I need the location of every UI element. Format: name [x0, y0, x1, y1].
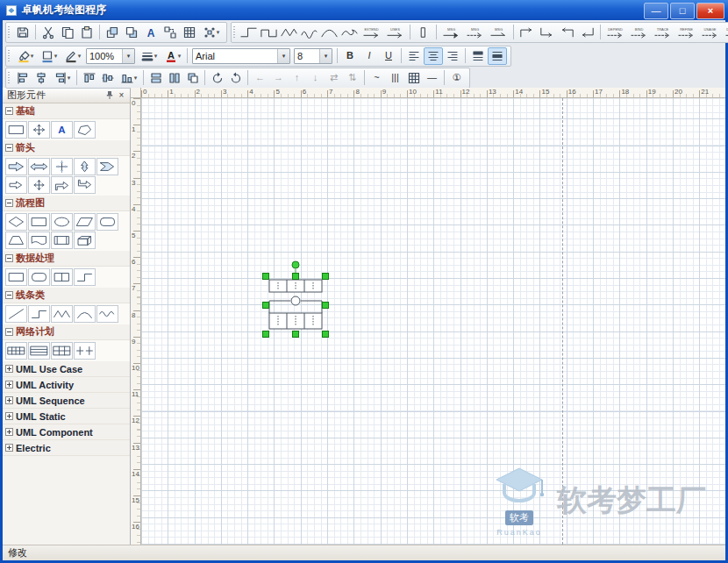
connector-msg-sync[interactable]: MSG	[439, 24, 463, 41]
shape-dp-step[interactable]	[74, 268, 96, 286]
connector-bend-down-right[interactable]	[537, 24, 557, 41]
pin-icon[interactable]	[103, 89, 115, 101]
same-size-button[interactable]	[183, 70, 202, 86]
about-button[interactable]: ①	[447, 70, 466, 86]
panel-section-uml-component[interactable]: UML Component	[3, 424, 130, 440]
bring-to-front-button[interactable]	[103, 24, 122, 41]
zoom-combo[interactable]: 100%▾	[86, 48, 135, 64]
panel-section-uml-use-case[interactable]: UML Use Case	[3, 361, 130, 377]
connector-msg-async[interactable]: MSG	[463, 24, 487, 41]
show-grid-button[interactable]	[404, 70, 423, 86]
connector-elbow[interactable]	[239, 24, 259, 41]
connector-msg-return[interactable]: MSG	[487, 24, 510, 41]
panel-section-data-processing[interactable]: 数据处理	[3, 251, 130, 267]
panel-section-electric[interactable]: Electric	[3, 440, 130, 456]
rotate-right-button[interactable]	[226, 70, 245, 86]
same-height-button[interactable]	[165, 70, 183, 86]
connector-loop[interactable]	[339, 24, 360, 41]
panel-close-icon[interactable]: ×	[116, 89, 127, 101]
connector-bend-up-left[interactable]	[557, 24, 577, 41]
shape-dp-box[interactable]	[5, 268, 27, 286]
shape-rounded-process[interactable]	[96, 213, 118, 231]
panel-section-uml-activity[interactable]: UML Activity	[3, 377, 130, 393]
connector-extend[interactable]: EXTEND	[360, 24, 383, 41]
parallel-lines-button[interactable]: |||	[386, 70, 404, 86]
snap-options-button[interactable]: ▾	[199, 24, 223, 41]
shape-dp-split[interactable]	[51, 268, 73, 286]
panel-section-flowchart[interactable]: 流程图	[3, 196, 130, 211]
align-right-button[interactable]	[443, 47, 462, 65]
panel-section-lines[interactable]: 线条类	[3, 288, 130, 303]
dash-style-button[interactable]: —	[423, 70, 441, 86]
shape-document[interactable]	[28, 232, 50, 249]
rotate-left-button[interactable]	[208, 70, 226, 86]
italic-button[interactable]: I	[360, 47, 379, 65]
shape-predefined-process[interactable]	[51, 232, 73, 249]
shape-arrow-chevron[interactable]	[96, 158, 118, 175]
expand-icon[interactable]	[5, 365, 13, 373]
connector-lifeline[interactable]	[413, 24, 433, 41]
group-button[interactable]	[161, 24, 180, 41]
connector-curve[interactable]	[299, 24, 319, 41]
shape-arrow-vertical[interactable]	[74, 158, 96, 175]
align-tops-button[interactable]	[80, 70, 98, 86]
shape-text[interactable]: A	[51, 121, 73, 139]
connector-bend-down-left[interactable]	[577, 24, 597, 41]
shape-decision[interactable]	[5, 213, 27, 231]
collapse-icon[interactable]	[5, 199, 13, 207]
align-center-button[interactable]	[424, 47, 443, 65]
same-width-button[interactable]	[146, 70, 165, 86]
font-family-combo[interactable]: Arial▾	[192, 48, 290, 64]
align-middles-button[interactable]	[98, 70, 117, 86]
shape-wave-line[interactable]	[96, 305, 118, 323]
align-centers-button[interactable]	[32, 70, 50, 86]
shape-process[interactable]	[28, 213, 50, 231]
align-lefts-button[interactable]	[13, 70, 32, 86]
shape-zigzag-line[interactable]	[51, 305, 73, 323]
font-color-button[interactable]: A▾	[161, 47, 184, 65]
expand-icon[interactable]	[5, 428, 13, 436]
shape-curve-line[interactable]	[74, 305, 96, 323]
collapse-icon[interactable]	[5, 144, 13, 152]
line-color-button[interactable]: ▾	[61, 47, 84, 65]
panel-section-uml-static[interactable]: UML Static	[3, 409, 130, 424]
shape-dp-rounded[interactable]	[28, 268, 50, 286]
connector-bind[interactable]: BIND	[627, 24, 651, 41]
valign-middle-button[interactable]	[488, 47, 507, 65]
shape-line[interactable]	[5, 305, 27, 323]
shape-cube[interactable]	[74, 232, 96, 249]
copy-button[interactable]	[58, 24, 77, 41]
shape-arrow-quad[interactable]	[51, 158, 73, 175]
shape-arrow-bend-up[interactable]	[51, 176, 73, 194]
shape-arrow-double[interactable]	[28, 158, 50, 175]
maximize-button[interactable]: □	[670, 3, 695, 19]
panel-section-uml-sequence[interactable]: UML Sequence	[3, 393, 130, 409]
line-width-button[interactable]: ▾	[137, 47, 161, 65]
connector-bend-up-right[interactable]	[517, 24, 537, 41]
connector-refine[interactable]: REFINE	[674, 24, 698, 41]
connector-arc[interactable]	[319, 24, 339, 41]
shape-network-link[interactable]	[74, 342, 96, 360]
collapse-icon[interactable]	[5, 328, 13, 336]
close-button[interactable]: ×	[696, 3, 724, 19]
shape-network-rows[interactable]	[28, 342, 50, 360]
expand-icon[interactable]	[5, 381, 13, 388]
send-to-back-button[interactable]	[122, 24, 141, 41]
expand-icon[interactable]	[5, 396, 13, 404]
chevron-down-icon[interactable]: ▾	[277, 49, 289, 63]
shape-arrow-cross[interactable]	[28, 176, 50, 194]
panel-section-arrows[interactable]: 箭头	[3, 140, 130, 156]
shape-connector-tool[interactable]	[28, 121, 50, 139]
connector-usage[interactable]: USAGE	[698, 24, 722, 41]
grid-button[interactable]	[180, 24, 199, 41]
fill-color-button[interactable]: ▾	[13, 47, 37, 65]
align-bottoms-button[interactable]: ▾	[117, 70, 140, 86]
save-button[interactable]	[13, 24, 32, 41]
text-tool-button[interactable]: A	[141, 24, 161, 41]
collapse-icon[interactable]	[5, 254, 13, 262]
shape-arrow-bend-down[interactable]	[74, 176, 96, 194]
bold-button[interactable]: B	[340, 47, 360, 65]
connector-depend-2[interactable]: DEPEND	[722, 24, 728, 41]
shape-elbow-line[interactable]	[28, 305, 50, 323]
minimize-button[interactable]: —	[644, 3, 668, 19]
